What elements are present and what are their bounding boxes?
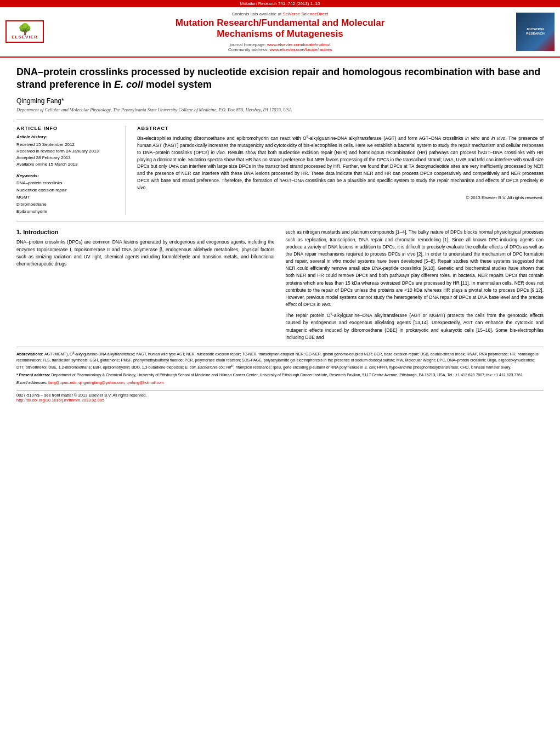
copyright-notice: 0027-5107/$ – see front matter © 2013 El… (16, 393, 146, 398)
accepted-date: Accepted 28 February 2013 (16, 155, 117, 161)
available-date: Available online 15 March 2013 (16, 161, 117, 168)
journal-links: journal homepage: www.elsevier.com/locat… (49, 42, 511, 52)
email-1[interactable]: fang@upmc.edu (48, 381, 76, 384)
community-link[interactable]: www.elsevier.com/locate/mutres (269, 47, 332, 52)
keyword-5: Epibromohydrin (16, 208, 117, 216)
introduction-right-text-1: such as nitrogen mustards and platinum c… (286, 229, 544, 308)
abbreviations-label: Abbreviations: (16, 352, 44, 356)
email-label: E-mail addresses: (16, 381, 48, 384)
section-divider (16, 222, 544, 222)
email-3[interactable]: qmfang@hotmail.com (127, 381, 164, 384)
homepage-label: journal homepage: (229, 42, 267, 47)
article-info-abstract-section: ARTICLE INFO Article history: Received 1… (16, 120, 544, 215)
keywords-section: Keywords: DNA–protein crosslinks Nucleot… (16, 173, 117, 215)
sciverse-line: Contents lists available at SciVerse Sci… (49, 12, 511, 16)
sciverse-link[interactable]: SciVerse ScienceDirect (282, 12, 328, 16)
introduction-left: 1. Introduction DNA–protein crosslinks (… (16, 229, 275, 341)
journal-cover-image: MUTATIONRESEARCH (516, 13, 555, 51)
authors: Qingming Fang* (16, 97, 544, 105)
email-2[interactable]: qingmingfang@yahoo.com (78, 381, 124, 384)
present-address-text: Department of Pharmacology & Chemical Bi… (51, 373, 523, 377)
doi-link[interactable]: http://dx.doi.org/10.1016/j.mrfmmm.2013.… (16, 398, 104, 403)
keyword-2: Nucleotide excision repair (16, 187, 117, 194)
abstract-text: Bis-electrophiles including dibromoethan… (137, 134, 544, 191)
elsevier-tree-icon: 🌳 (18, 24, 32, 35)
journal-center: Contents lists available at SciVerse Sci… (49, 12, 511, 52)
affiliation-text: Department of Cellular and Molecular Phy… (16, 107, 292, 112)
homepage-link[interactable]: www.elsevier.com/locate/molmut (267, 42, 331, 47)
article-info-column: ARTICLE INFO Article history: Received 1… (16, 126, 126, 215)
doi-section: 0027-5107/$ – see front matter © 2013 El… (16, 390, 544, 403)
article-info-label: ARTICLE INFO (16, 126, 117, 131)
abbreviations-text: AGT (MGMT), O6-alkylguanine-DNA alkyltra… (16, 352, 539, 369)
introduction-section: 1. Introduction DNA–protein crosslinks (… (16, 229, 544, 341)
keyword-1: DNA–protein crosslinks (16, 180, 117, 187)
email-addresses: fang@upmc.edu, qingmingfang@yahoo.com, q… (48, 381, 164, 384)
journal-title: Mutation Research/Fundamental and Molecu… (49, 18, 511, 40)
introduction-right: such as nitrogen mustards and platinum c… (286, 229, 544, 341)
section-number: 1. (16, 229, 23, 235)
abstract-label: ABSTRACT (137, 126, 544, 131)
abstract-copyright: © 2013 Elsevier B.V. All rights reserved… (137, 195, 544, 200)
footnotes-section: Abbreviations: AGT (MGMT), O6-alkylguani… (16, 347, 544, 386)
article-number-bar: Mutation Research 741–742 (2013) 1–10 (0, 0, 560, 7)
elsevier-logo: 🌳 ELSEVIER (5, 20, 44, 43)
keywords-list: DNA–protein crosslinks Nucleotide excisi… (16, 180, 117, 215)
community-label: Community address: (228, 47, 270, 52)
revised-date: Received in revised form 24 January 2013 (16, 148, 117, 155)
title-text: DNA–protein crosslinks processed by nucl… (16, 66, 540, 90)
article-history-label: Article history: (16, 134, 117, 139)
introduction-right-text-2: The repair protein O6-alkylguanine–DNA a… (286, 312, 544, 341)
introduction-heading: 1. Introduction (16, 229, 275, 235)
journal-header: 🌳 ELSEVIER Contents lists available at S… (0, 7, 560, 58)
main-content: DNA–protein crosslinks processed by nucl… (0, 66, 560, 403)
star-label: * Present address: (16, 373, 51, 377)
journal-title-line1: Mutation Research/Fundamental and Molecu… (176, 18, 385, 28)
journal-title-line2: Mechanisms of Mutagenesis (217, 29, 343, 39)
abstract-column: ABSTRACT Bis-electrophiles including dib… (137, 126, 544, 215)
keywords-label: Keywords: (16, 173, 117, 178)
email-section: E-mail addresses: fang@upmc.edu, qingmin… (16, 380, 544, 386)
elsevier-label: ELSEVIER (12, 35, 38, 39)
keyword-4: Dibromoethane (16, 201, 117, 208)
section-title: Introduction (23, 229, 58, 235)
affiliation: Department of Cellular and Molecular Phy… (16, 107, 544, 114)
received-date: Received 15 September 2012 (16, 142, 117, 148)
introduction-left-text: DNA–protein crosslinks (DPCs) are common… (16, 239, 275, 268)
article-number-text: Mutation Research 741–742 (2013) 1–10 (240, 1, 320, 6)
paper-title: DNA–protein crosslinks processed by nucl… (16, 66, 544, 92)
keyword-3: MGMT (16, 194, 117, 201)
present-address-section: * Present address: Department of Pharmac… (16, 372, 544, 378)
abbreviations: Abbreviations: AGT (MGMT), O6-alkylguani… (16, 350, 544, 370)
author-name: Qingming Fang* (16, 97, 64, 105)
sciverse-prefix: Contents lists available at (231, 12, 282, 16)
